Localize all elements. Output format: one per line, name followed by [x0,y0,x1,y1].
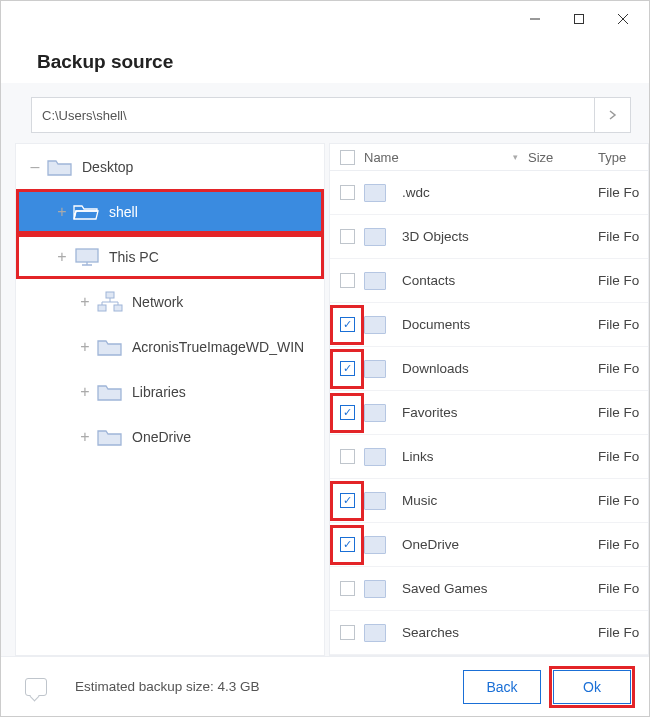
folder-icon [364,184,386,202]
folder-icon [96,381,124,403]
svg-rect-7 [106,292,114,298]
folder-icon [364,404,386,422]
expander-icon[interactable]: + [78,339,92,355]
tree-item-label: AcronisTrueImageWD_WIN [132,339,304,355]
page-title: Backup source [37,51,625,73]
name-cell: Documents [364,316,528,334]
file-row[interactable]: ✓OneDriveFile Fo [330,523,648,567]
file-row[interactable]: SearchesFile Fo [330,611,648,655]
row-checkbox[interactable]: ✓ [340,493,355,508]
name-cell: Links [364,448,528,466]
expander-icon[interactable]: + [78,294,92,310]
file-row[interactable]: ✓DocumentsFile Fo [330,303,648,347]
folder-tree[interactable]: –Desktop+shell+This PC+Network+AcronisTr… [15,143,325,656]
maximize-button[interactable] [557,4,601,34]
file-row[interactable]: LinksFile Fo [330,435,648,479]
column-header-type[interactable]: Type [598,150,648,165]
type-cell: File Fo [598,625,648,640]
tree-item[interactable]: +Libraries [16,369,324,414]
checkbox-cell [330,581,364,596]
file-row[interactable]: .wdcFile Fo [330,171,648,215]
file-name: Searches [402,625,459,640]
row-checkbox[interactable] [340,185,355,200]
type-cell: File Fo [598,581,648,596]
column-header-name[interactable]: Name ▾ [364,150,528,165]
footer: Estimated backup size: 4.3 GB Back Ok [1,656,649,716]
row-checkbox[interactable]: ✓ [340,405,355,420]
path-input[interactable] [31,97,595,133]
tree-item[interactable]: +OneDrive [16,414,324,459]
row-checkbox[interactable] [340,229,355,244]
row-checkbox[interactable] [340,581,355,596]
row-checkbox[interactable]: ✓ [340,537,355,552]
header: Backup source [1,37,649,83]
name-cell: Favorites [364,404,528,422]
tree-item-label: OneDrive [132,429,191,445]
expander-icon[interactable]: + [55,204,69,220]
file-row[interactable]: Saved GamesFile Fo [330,567,648,611]
type-cell: File Fo [598,449,648,464]
row-checkbox[interactable] [340,625,355,640]
list-header: Name ▾ Size Type [330,144,648,171]
name-cell: Music [364,492,528,510]
file-name: Documents [402,317,470,332]
file-row[interactable]: ✓DownloadsFile Fo [330,347,648,391]
folder-open-icon [73,201,101,223]
titlebar [1,1,649,37]
name-cell: .wdc [364,184,528,202]
checkbox-cell [330,625,364,640]
select-all-checkbox[interactable] [340,150,355,165]
expander-icon[interactable]: + [78,429,92,445]
tree-item-label: Libraries [132,384,186,400]
folder-icon [364,228,386,246]
checkbox-cell [330,273,364,288]
name-cell: Contacts [364,272,528,290]
folder-icon [46,156,74,178]
file-row[interactable]: ✓FavoritesFile Fo [330,391,648,435]
tree-item[interactable]: +AcronisTrueImageWD_WIN [16,324,324,369]
file-name: 3D Objects [402,229,469,244]
body: –Desktop+shell+This PC+Network+AcronisTr… [15,143,649,656]
folder-icon [364,580,386,598]
header-checkbox-cell [330,150,364,165]
type-cell: File Fo [598,361,648,376]
file-row[interactable]: 3D ObjectsFile Fo [330,215,648,259]
ok-button[interactable]: Ok [553,670,631,704]
svg-rect-4 [76,249,98,262]
svg-rect-9 [114,305,122,311]
checkbox-cell [330,449,364,464]
row-checkbox[interactable] [340,273,355,288]
expander-icon[interactable]: + [78,384,92,400]
backup-source-dialog: Backup source –Desktop+shell+This PC+Net… [0,0,650,717]
name-cell: Saved Games [364,580,528,598]
name-cell: OneDrive [364,536,528,554]
file-row[interactable]: ContactsFile Fo [330,259,648,303]
path-go-button[interactable] [595,97,631,133]
checkbox-cell: ✓ [330,393,364,433]
tree-item-label: This PC [109,249,159,265]
row-checkbox[interactable]: ✓ [340,317,355,332]
chat-icon[interactable] [25,678,47,696]
column-header-size[interactable]: Size [528,150,598,165]
folder-icon [364,492,386,510]
back-button[interactable]: Back [463,670,541,704]
file-list: Name ▾ Size Type .wdcFile Fo3D ObjectsFi… [329,143,649,656]
file-name: Contacts [402,273,455,288]
expander-icon[interactable]: + [55,249,69,265]
expander-icon[interactable]: – [28,159,42,175]
close-button[interactable] [601,4,645,34]
file-rows: .wdcFile Fo3D ObjectsFile FoContactsFile… [330,171,648,655]
file-name: Music [402,493,437,508]
tree-item[interactable]: +shell [16,189,324,234]
minimize-button[interactable] [513,4,557,34]
tree-item[interactable]: +Network [16,279,324,324]
folder-icon [96,426,124,448]
row-checkbox[interactable] [340,449,355,464]
tree-item[interactable]: –Desktop [16,144,324,189]
file-row[interactable]: ✓MusicFile Fo [330,479,648,523]
network-icon [96,291,124,313]
pc-icon [73,246,101,268]
row-checkbox[interactable]: ✓ [340,361,355,376]
name-cell: 3D Objects [364,228,528,246]
tree-item[interactable]: +This PC [16,234,324,279]
